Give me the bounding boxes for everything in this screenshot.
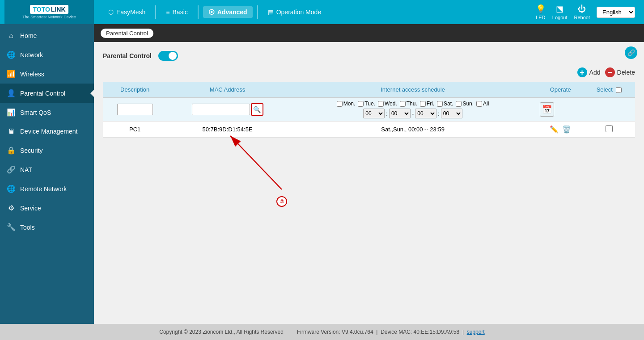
input-operate-cell: 📅 xyxy=(538,98,583,122)
content-area: Parental Control 🔗 Parental Control + Ad… xyxy=(94,24,644,324)
row-mac: 50:7B:9D:D1:54:5E xyxy=(167,122,288,138)
sidebar-item-service[interactable]: ⚙ Service xyxy=(0,198,94,218)
day-sat: Sat. xyxy=(437,101,453,107)
advanced-icon: ⦿ xyxy=(208,8,215,16)
footer-support-link[interactable]: support xyxy=(467,329,485,335)
svg-line-0 xyxy=(230,136,282,189)
checkbox-mon[interactable] xyxy=(337,101,343,107)
nav-items: ⬡ EasyMesh ≡ Basic ⦿ Advanced ▤ Operatio… xyxy=(94,5,536,19)
table-input-row: 🔍 Mon. Tue. xyxy=(103,98,635,122)
add-button[interactable]: + Add xyxy=(577,67,601,77)
days-wrap: Mon. Tue. Wed. Thu. xyxy=(290,101,535,107)
checkbox-sat[interactable] xyxy=(437,101,443,107)
time-to-min[interactable]: 00153045 xyxy=(441,109,462,118)
parental-control-toggle[interactable] xyxy=(158,51,178,61)
home-icon: ⌂ xyxy=(7,32,16,40)
main-layout: ⌂ Home 🌐 Network 📶 Wireless 👤 Parental C… xyxy=(0,24,644,324)
tools-icon: 🔧 xyxy=(7,223,16,231)
logo-sub: The Smartest Network Device xyxy=(22,15,76,19)
sidebar-item-security[interactable]: 🔒 Security xyxy=(0,141,94,160)
day-sun: Sun. xyxy=(456,101,474,107)
search-btn-wrap: 🔍 xyxy=(251,103,263,116)
sidebar-item-nat[interactable]: 🔗 NAT xyxy=(0,160,94,179)
footer: Copyright © 2023 Zioncom Ltd., All Right… xyxy=(0,324,644,340)
language-select[interactable]: English Chinese xyxy=(597,7,635,18)
checkbox-wed[interactable] xyxy=(378,101,384,107)
row-description: PC1 xyxy=(103,122,167,138)
nav-basic[interactable]: ≡ Basic xyxy=(161,6,193,18)
mac-search-button[interactable]: 🔍 xyxy=(251,103,263,116)
checkbox-sun[interactable] xyxy=(456,101,462,107)
checkbox-fri[interactable] xyxy=(420,101,426,107)
col-schedule: Internet access schedule xyxy=(288,82,538,98)
content-header: Parental Control xyxy=(94,24,644,42)
parental-control-toggle-row: Parental Control xyxy=(103,51,635,61)
select-all-checkbox[interactable] xyxy=(616,87,622,93)
checkbox-all[interactable] xyxy=(476,101,482,107)
wireless-icon: 📶 xyxy=(7,70,16,78)
checkbox-tue[interactable] xyxy=(358,101,364,107)
logo: TOTO LINK The Smartest Network Device xyxy=(4,0,94,24)
sidebar-item-remote-network[interactable]: 🌐 Remote Network xyxy=(0,179,94,198)
network-icon: 🌐 xyxy=(7,50,16,59)
col-description: Description xyxy=(103,82,167,98)
nav-sep-2 xyxy=(198,5,199,19)
edit-button[interactable]: ✏️ xyxy=(550,125,559,134)
col-mac: MAC Address xyxy=(167,82,288,98)
nav-advanced[interactable]: ⦿ Advanced xyxy=(203,6,253,18)
input-select-cell xyxy=(583,98,635,122)
checkbox-thu[interactable] xyxy=(400,101,406,107)
led-button[interactable]: 💡 LED xyxy=(536,4,546,20)
sidebar-item-network[interactable]: 🌐 Network xyxy=(0,45,94,64)
day-tue: Tue. xyxy=(358,101,375,107)
nav-opmode[interactable]: ▤ Operation Mode xyxy=(263,6,326,18)
logout-icon: ⬔ xyxy=(556,4,564,14)
nav-sep-3 xyxy=(257,5,258,19)
nav-easymesh[interactable]: ⬡ EasyMesh xyxy=(103,6,151,18)
input-description-cell xyxy=(103,98,167,122)
nat-icon: 🔗 xyxy=(7,165,16,174)
description-input[interactable] xyxy=(117,104,153,115)
opmode-icon: ▤ xyxy=(268,8,274,16)
calendar-button[interactable]: 📅 xyxy=(540,102,554,117)
mac-input[interactable] xyxy=(192,104,250,115)
input-schedule-cell: Mon. Tue. Wed. Thu. xyxy=(288,98,538,122)
row-operate-cell: ✏️ 🗑️ xyxy=(538,122,583,138)
reboot-icon: ⏻ xyxy=(578,4,586,14)
input-mac-cell: 🔍 xyxy=(167,98,288,122)
col-operate: Operate xyxy=(538,82,583,98)
logout-button[interactable]: ⬔ Logout xyxy=(552,4,568,20)
basic-icon: ≡ xyxy=(166,8,169,16)
day-wed: Wed. xyxy=(378,101,397,107)
device-management-icon: 🖥 xyxy=(7,127,16,135)
sidebar-item-tools[interactable]: 🔧 Tools xyxy=(0,218,94,237)
parental-control-icon: 👤 xyxy=(7,89,16,97)
row-schedule: Sat.,Sun., 00:00 -- 23:59 xyxy=(288,122,538,138)
row-select-cell xyxy=(583,122,635,138)
content-body: 🔗 Parental Control + Add − Delete xyxy=(94,42,644,324)
topbar-right: 💡 LED ⬔ Logout ⏻ Reboot English Chinese xyxy=(536,4,635,20)
table-header-row: Description MAC Address Internet access … xyxy=(103,82,635,98)
time-from-min[interactable]: 00153045 xyxy=(389,109,411,118)
delete-button[interactable]: − Delete xyxy=(605,67,635,77)
day-all: All xyxy=(476,101,489,107)
row-checkbox[interactable] xyxy=(606,125,613,132)
parental-control-label: Parental Control xyxy=(103,52,152,59)
sidebar-item-home[interactable]: ⌂ Home xyxy=(0,26,94,45)
time-from-hour[interactable]: 000102 xyxy=(363,109,385,118)
service-icon: ⚙ xyxy=(7,204,16,212)
sidebar-item-device-management[interactable]: 🖥 Device Management xyxy=(0,122,94,141)
footer-firmware: Firmware Version: V9.4.0cu.764 | Device … xyxy=(297,329,485,335)
day-thu: Thu. xyxy=(400,101,417,107)
row-actions: ✏️ 🗑️ xyxy=(541,125,580,134)
row-delete-button[interactable]: 🗑️ xyxy=(562,125,571,134)
sidebar-item-parental-control[interactable]: 👤 Parental Control xyxy=(0,84,94,103)
link-icon[interactable]: 🔗 xyxy=(625,46,637,59)
day-fri: Fri. xyxy=(420,101,434,107)
reboot-button[interactable]: ⏻ Reboot xyxy=(574,4,590,20)
sidebar-item-smart-qos[interactable]: 📊 Smart QoS xyxy=(0,103,94,122)
action-row: + Add − Delete xyxy=(103,67,635,77)
time-to-hour[interactable]: 000102 xyxy=(415,109,436,118)
delete-icon: − xyxy=(605,67,615,77)
sidebar-item-wireless[interactable]: 📶 Wireless xyxy=(0,64,94,84)
